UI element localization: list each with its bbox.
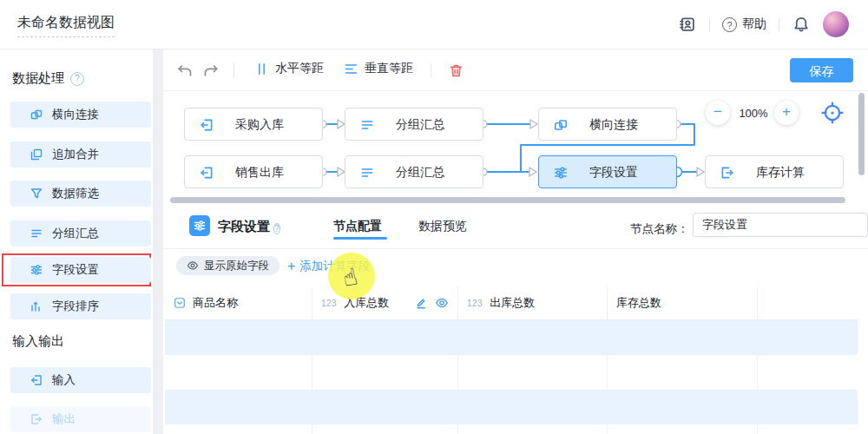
divider [779, 18, 779, 31]
sidebar: 数据处理 ? 横向连接 追加合并 数据筛选 分组汇总 字段设置 [0, 49, 153, 434]
item-label: 输入 [52, 372, 76, 388]
group-summary-icon [359, 117, 375, 133]
show-original-fields-button[interactable]: 显示原始字段 [176, 256, 279, 275]
column-header-inventory-total[interactable]: 库存总数 [608, 286, 758, 319]
column-header-outbound-total[interactable]: 123 出库总数 [458, 286, 608, 319]
section-title: 数据处理 [12, 70, 64, 87]
item-label: 追加合并 [52, 147, 99, 162]
zoom-in-button[interactable]: + [774, 101, 799, 125]
plus-icon: + [287, 260, 295, 273]
top-bar: 未命名数据视图 ? 帮助 [0, 0, 868, 49]
sidebar-section-input-output: 输入输出 [12, 333, 64, 350]
sort-bars-icon [30, 299, 43, 313]
item-label: 数据筛选 [52, 186, 99, 201]
table-row [165, 424, 858, 434]
user-avatar[interactable] [823, 11, 849, 37]
sidebar-item-input[interactable]: 输入 [10, 367, 151, 393]
sidebar-item-field-settings[interactable]: 字段设置 [10, 257, 151, 283]
tab-node-config[interactable]: 节点配置 [333, 219, 382, 234]
topbar-actions: ? 帮助 [678, 0, 849, 49]
panel-help-icon[interactable]: ? [273, 220, 280, 235]
delete-trash-button[interactable] [448, 62, 465, 80]
input-icon [30, 373, 43, 387]
column-label: 出库总数 [490, 295, 535, 311]
redo-button[interactable] [202, 62, 220, 80]
canvas-vertical-scrollbar[interactable] [858, 93, 865, 175]
canvas-horizontal-scrollbar[interactable] [170, 197, 845, 203]
save-button[interactable]: 保存 [790, 58, 853, 82]
help-label: 帮助 [742, 16, 766, 32]
column-header-inbound-total[interactable]: 123 入库总数 [312, 286, 458, 319]
flow-canvas[interactable]: 采购入库 分组汇总 横向连接 销售出库 分组汇总 字段设置 库存计算 − 100… [163, 90, 868, 208]
item-label: 字段设置 [52, 262, 99, 278]
align-horizontal-button[interactable]: 水平等距 [254, 61, 324, 76]
table-row [165, 390, 858, 424]
sidebar-item-field-sort[interactable]: 字段排序 [10, 293, 151, 319]
question-circle-icon: ? [722, 17, 737, 32]
select-field-type-icon [174, 297, 186, 309]
horizontal-spacing-icon [254, 62, 269, 76]
document-title[interactable]: 未命名数据视图 [17, 14, 115, 37]
table-row [165, 320, 858, 355]
section-title: 输入输出 [12, 333, 64, 350]
sidebar-item-append-merge[interactable]: 追加合并 [10, 141, 151, 168]
locate-crosshair-button[interactable] [821, 102, 844, 124]
number-field-type-icon: 123 [321, 299, 337, 308]
add-calc-label: 添加计算字段 [299, 259, 370, 274]
flow-node-field-settings[interactable]: 字段设置 [538, 155, 677, 188]
undo-button[interactable] [176, 62, 194, 80]
divider [163, 248, 868, 249]
zoom-level: 100% [734, 107, 773, 120]
edit-pencil-icon[interactable] [414, 296, 428, 310]
vertical-spacing-icon [344, 62, 358, 76]
output-icon [30, 412, 43, 426]
flow-node-group-summary-2[interactable]: 分组汇总 [345, 155, 483, 188]
sidebar-item-horizontal-join[interactable]: 横向连接 [10, 102, 151, 128]
section-help-icon[interactable]: ? [70, 72, 84, 86]
panel-title: 字段设置 [218, 219, 270, 235]
flow-node-inventory-calc[interactable]: 库存计算 [705, 155, 844, 188]
help-button[interactable]: ? 帮助 [722, 16, 766, 32]
join-icon [30, 108, 43, 122]
column-tools [414, 296, 449, 310]
fields-table: 商品名称 123 入库总数 123 出库总数 库存总数 [165, 286, 858, 434]
sidebar-section-data-processing: 数据处理 ? [12, 70, 84, 87]
column-label: 入库总数 [344, 295, 389, 311]
column-header-product-name[interactable]: 商品名称 [165, 286, 312, 319]
flow-node-purchase-inbound[interactable]: 采购入库 [184, 108, 323, 141]
flow-node-sales-outbound[interactable]: 销售出库 [184, 155, 323, 188]
input-icon [199, 117, 214, 133]
divider [233, 63, 234, 77]
column-label: 库存总数 [616, 295, 661, 311]
input-icon [199, 165, 214, 181]
align-vertical-button[interactable]: 垂直等距 [344, 61, 413, 76]
sidebar-item-output[interactable]: 输出 [10, 406, 151, 432]
contact-card-icon[interactable] [678, 15, 697, 34]
node-name-input[interactable] [693, 213, 868, 237]
item-label: 横向连接 [52, 107, 99, 122]
join-icon [553, 117, 569, 133]
config-panel: 字段设置 ? 节点配置 数据预览 节点名称： 显示原始字段 + 添加计算字段 ☝… [163, 208, 868, 434]
flow-node-horizontal-join[interactable]: 横向连接 [538, 108, 677, 141]
add-calculated-field-button[interactable]: + 添加计算字段 [287, 259, 370, 274]
sliders-icon [30, 263, 43, 277]
table-row [165, 355, 858, 390]
node-name-label: 节点名称： [630, 221, 689, 237]
column-label: 商品名称 [193, 295, 238, 311]
align-horizontal-label: 水平等距 [275, 61, 324, 76]
column-header-empty [758, 286, 858, 319]
show-original-label: 显示原始字段 [204, 259, 269, 273]
active-tab-indicator [333, 237, 387, 240]
bell-icon[interactable] [792, 15, 811, 34]
sliders-icon [553, 165, 569, 181]
divider [431, 63, 431, 77]
flow-node-group-summary-1[interactable]: 分组汇总 [345, 108, 483, 141]
sidebar-item-group-summary[interactable]: 分组汇总 [10, 220, 151, 247]
sidebar-item-data-filter[interactable]: 数据筛选 [10, 181, 151, 207]
field-settings-panel-icon [189, 215, 210, 236]
item-label: 字段排序 [52, 299, 99, 314]
align-vertical-label: 垂直等距 [365, 61, 413, 76]
tab-data-preview[interactable]: 数据预览 [418, 219, 467, 234]
eye-icon[interactable] [435, 296, 449, 310]
zoom-out-button[interactable]: − [706, 101, 730, 125]
